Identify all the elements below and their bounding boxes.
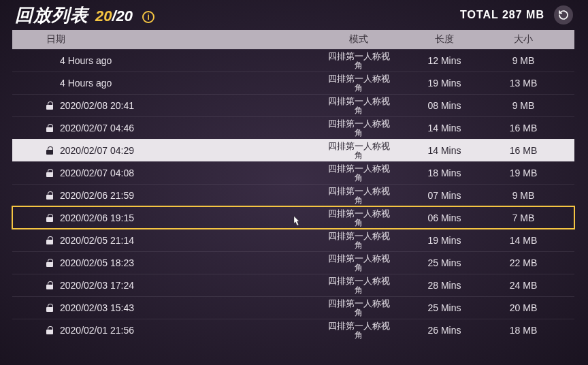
table-row[interactable]: 2020/02/06 19:15四排第一人称视角06 Mins7 MB — [12, 206, 574, 229]
cell-mode: 四排第一人称视角 — [312, 119, 406, 137]
date-text: 2020/02/03 17:24 — [60, 280, 134, 291]
table-header: 日期 模式 长度 大小 — [12, 30, 574, 49]
cell-length: 26 Mins — [406, 325, 483, 336]
cell-mode: 四排第一人称视角 — [312, 276, 406, 294]
cell-size: 7 MB — [483, 212, 564, 223]
refresh-button[interactable] — [554, 5, 573, 25]
count-current: 20 — [95, 7, 112, 25]
cell-mode: 四排第一人称视角 — [312, 187, 406, 204]
cell-size: 16 MB — [483, 145, 564, 156]
cell-length: 25 Mins — [406, 257, 483, 268]
date-text: 4 Hours ago — [60, 78, 112, 89]
cell-mode: 四排第一人称视角 — [312, 209, 406, 227]
date-text: 4 Hours ago — [60, 55, 112, 66]
count-max: /20 — [112, 7, 133, 25]
total-size-label: TOTAL 287 MB — [460, 9, 544, 21]
header-right: TOTAL 287 MB — [460, 5, 573, 25]
cell-date: 2020/02/07 04:29 — [12, 145, 312, 156]
page-title: 回放列表 — [15, 3, 88, 27]
cell-date: 2020/02/08 20:41 — [12, 100, 312, 111]
lock-icon — [46, 326, 53, 334]
cell-size: 9 MB — [483, 55, 564, 66]
table-row[interactable]: 2020/02/05 21:14四排第一人称视角19 Mins14 MB — [12, 229, 574, 251]
cell-date: 2020/02/05 18:23 — [12, 257, 312, 268]
cell-length: 06 Mins — [406, 212, 483, 223]
cell-mode: 四排第一人称视角 — [312, 232, 406, 249]
cell-length: 07 Mins — [406, 190, 483, 201]
cell-length: 19 Mins — [406, 235, 483, 246]
cell-length: 18 Mins — [406, 168, 483, 178]
cell-length: 14 Mins — [406, 123, 483, 133]
date-text: 2020/02/03 15:43 — [60, 302, 134, 313]
table-row[interactable]: 2020/02/05 18:23四排第一人称视角25 Mins22 MB — [12, 251, 574, 274]
lock-icon — [46, 101, 53, 110]
cell-mode: 四排第一人称视角 — [312, 254, 406, 272]
lock-icon — [46, 304, 53, 312]
info-icon[interactable]: i — [142, 11, 154, 23]
date-text: 2020/02/01 21:56 — [60, 325, 134, 336]
date-text: 2020/02/05 18:23 — [60, 257, 134, 268]
date-text: 2020/02/06 21:59 — [60, 190, 134, 201]
cell-mode: 四排第一人称视角 — [312, 52, 406, 69]
refresh-icon — [558, 10, 569, 20]
cell-length: 12 Mins — [406, 55, 483, 66]
col-header-size[interactable]: 大小 — [483, 33, 564, 46]
table-row[interactable]: 2020/02/03 17:24四排第一人称视角28 Mins24 MB — [12, 274, 574, 296]
cell-size: 19 MB — [483, 168, 564, 178]
lock-icon — [46, 236, 53, 244]
cell-length: 25 Mins — [406, 302, 483, 313]
header: 回放列表 20/20 i TOTAL 287 MB — [0, 0, 588, 30]
date-text: 2020/02/06 19:15 — [60, 212, 134, 223]
header-left: 回放列表 20/20 i — [15, 3, 154, 27]
cell-date: 2020/02/06 19:15 — [12, 212, 312, 223]
lock-icon — [46, 146, 53, 155]
lock-icon — [46, 124, 53, 132]
cell-mode: 四排第一人称视角 — [312, 97, 406, 114]
cell-mode: 四排第一人称视角 — [312, 299, 406, 317]
cell-date: 4 Hours ago — [12, 55, 312, 66]
cell-date: 2020/02/05 21:14 — [12, 235, 312, 246]
cell-date: 2020/02/01 21:56 — [12, 325, 312, 336]
date-text: 2020/02/07 04:29 — [60, 145, 134, 156]
table-body: 4 Hours ago四排第一人称视角12 Mins9 MB4 Hours ag… — [12, 49, 574, 341]
cell-size: 9 MB — [483, 100, 564, 111]
cell-mode: 四排第一人称视角 — [312, 74, 406, 92]
cell-date: 2020/02/07 04:08 — [12, 168, 312, 178]
cell-date: 2020/02/06 21:59 — [12, 190, 312, 201]
col-header-length[interactable]: 长度 — [406, 33, 483, 46]
cell-size: 24 MB — [483, 280, 564, 291]
col-header-date[interactable]: 日期 — [12, 33, 312, 46]
cell-length: 14 Mins — [406, 145, 483, 156]
replay-table: 日期 模式 长度 大小 4 Hours ago四排第一人称视角12 Mins9 … — [12, 30, 574, 341]
replay-count: 20/20 — [95, 7, 133, 25]
col-header-mode[interactable]: 模式 — [312, 33, 406, 46]
cell-date: 2020/02/03 17:24 — [12, 280, 312, 291]
cell-mode: 四排第一人称视角 — [312, 164, 406, 182]
cell-date: 2020/02/07 04:46 — [12, 123, 312, 133]
table-row[interactable]: 2020/02/07 04:46四排第一人称视角14 Mins16 MB — [12, 116, 574, 139]
table-row[interactable]: 4 Hours ago四排第一人称视角19 Mins13 MB — [12, 72, 574, 94]
cell-length: 19 Mins — [406, 78, 483, 89]
date-text: 2020/02/07 04:46 — [60, 123, 134, 133]
lock-icon — [46, 191, 53, 200]
table-row[interactable]: 2020/02/08 20:41四排第一人称视角08 Mins9 MB — [12, 94, 574, 116]
cell-size: 14 MB — [483, 235, 564, 246]
lock-icon — [46, 281, 53, 289]
cell-length: 08 Mins — [406, 100, 483, 111]
date-text: 2020/02/08 20:41 — [60, 100, 134, 111]
table-row[interactable]: 2020/02/07 04:08四排第一人称视角18 Mins19 MB — [12, 161, 574, 184]
table-row[interactable]: 2020/02/07 04:29四排第一人称视角14 Mins16 MB — [12, 139, 574, 161]
cell-size: 18 MB — [483, 325, 564, 336]
date-text: 2020/02/07 04:08 — [60, 168, 134, 178]
table-row[interactable]: 2020/02/01 21:56四排第一人称视角26 Mins18 MB — [12, 319, 574, 341]
lock-icon — [46, 259, 53, 267]
cell-size: 20 MB — [483, 302, 564, 313]
table-row[interactable]: 4 Hours ago四排第一人称视角12 Mins9 MB — [12, 49, 574, 72]
cell-mode: 四排第一人称视角 — [312, 321, 406, 339]
table-row[interactable]: 2020/02/06 21:59四排第一人称视角07 Mins9 MB — [12, 184, 574, 206]
cell-mode: 四排第一人称视角 — [312, 142, 406, 159]
cell-size: 13 MB — [483, 78, 564, 89]
cell-date: 4 Hours ago — [12, 78, 312, 89]
cell-date: 2020/02/03 15:43 — [12, 302, 312, 313]
table-row[interactable]: 2020/02/03 15:43四排第一人称视角25 Mins20 MB — [12, 296, 574, 319]
